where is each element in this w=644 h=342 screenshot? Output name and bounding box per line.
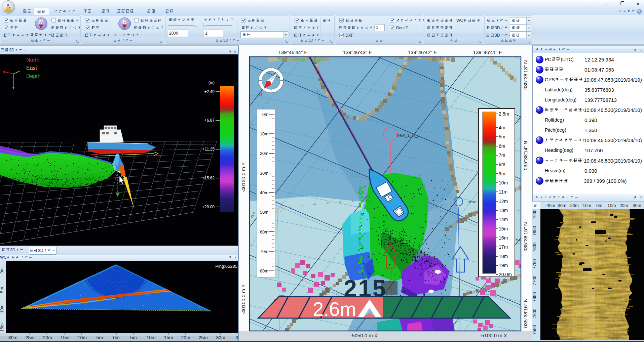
- svg-text:30m: 30m: [260, 171, 268, 176]
- svg-text:7m: 7m: [499, 153, 505, 158]
- svg-text:7600: 7600: [532, 309, 537, 318]
- svg-text:20m: 20m: [619, 203, 628, 208]
- svg-text:30m: 30m: [633, 203, 641, 208]
- svg-text:0m: 0m: [113, 335, 119, 340]
- svg-text:10m: 10m: [499, 180, 508, 185]
- svg-text:40m: 40m: [260, 190, 268, 195]
- svg-text:+11.25: +11.25: [202, 147, 215, 152]
- svg-text:10m: 10m: [0, 304, 4, 313]
- svg-text:139°46'42" E: 139°46'42" E: [408, 49, 437, 55]
- svg-text:9m: 9m: [499, 171, 505, 176]
- svg-text:15m: 15m: [164, 335, 173, 340]
- svg-text:Depth: Depth: [26, 73, 41, 79]
- svg-text:East: East: [26, 65, 37, 71]
- svg-text:20m: 20m: [181, 335, 190, 340]
- svg-text:20.0m: 20.0m: [499, 272, 512, 277]
- svg-text:70m: 70m: [260, 249, 268, 254]
- svg-text:-15m: -15m: [59, 335, 70, 340]
- svg-text:139°46'43" E: 139°46'43" E: [343, 49, 372, 55]
- svg-text:m: m: [534, 203, 538, 208]
- svg-text:-40100.0 m Y: -40100.0 m Y: [240, 284, 246, 314]
- svg-text:50m: 50m: [260, 210, 268, 215]
- svg-text:7550: 7550: [532, 325, 537, 335]
- svg-text:7750: 7750: [532, 259, 537, 269]
- svg-text:-20m: -20m: [569, 203, 579, 208]
- svg-text:7850: 7850: [532, 226, 537, 236]
- svg-text:7900: 7900: [532, 210, 537, 219]
- svg-text:035°38'13" N: 035°38'13" N: [523, 60, 528, 90]
- svg-text:-30m: -30m: [7, 335, 17, 340]
- svg-text:-10m: -10m: [76, 335, 87, 340]
- svg-text:5m: 5m: [130, 335, 137, 340]
- svg-text:North: North: [26, 57, 39, 63]
- svg-text:2.5m: 2.5m: [499, 111, 509, 117]
- svg-text:new: new: [467, 199, 476, 204]
- svg-text:35: 35: [235, 335, 238, 340]
- svg-text:-30m: -30m: [556, 203, 566, 208]
- svg-text:-25m: -25m: [24, 335, 35, 340]
- svg-text:19m: 19m: [499, 263, 508, 268]
- svg-text:7700: 7700: [532, 276, 537, 286]
- svg-text:6m: 6m: [499, 143, 505, 149]
- svg-text:20m: 20m: [260, 151, 268, 156]
- svg-text:035°38'16" N: 035°38'16" N: [523, 298, 528, 328]
- svg-text:new_1_R_1: new_1_R_1: [397, 133, 420, 138]
- svg-text:5m: 5m: [0, 287, 4, 293]
- svg-text:10m: 10m: [146, 335, 155, 340]
- svg-text:10m: 10m: [260, 131, 268, 136]
- svg-text:035°38'14" N: 035°38'14" N: [523, 141, 528, 170]
- svg-text:(m): (m): [209, 80, 215, 85]
- svg-text:10m: 10m: [607, 203, 616, 208]
- svg-text:139°46'41" E: 139°46'41" E: [473, 49, 502, 55]
- svg-text:8m: 8m: [499, 162, 505, 167]
- svg-text:-5100.0 m X: -5100.0 m X: [480, 333, 507, 338]
- svg-text:139°46'44" E: 139°46'44" E: [278, 49, 308, 55]
- svg-text:-10m: -10m: [581, 203, 591, 208]
- svg-text:5m: 5m: [499, 134, 505, 139]
- svg-text:60m: 60m: [260, 229, 268, 234]
- svg-text:16m: 16m: [499, 235, 508, 241]
- svg-text:4m: 4m: [499, 125, 505, 130]
- svg-text:25m: 25m: [198, 335, 207, 340]
- svg-text:30m: 30m: [216, 335, 225, 340]
- svg-text:-40m: -40m: [545, 203, 555, 208]
- svg-text:15m: 15m: [499, 226, 508, 231]
- svg-text:0m: 0m: [596, 203, 602, 208]
- svg-text:7650: 7650: [532, 292, 537, 302]
- svg-text:-5m: -5m: [95, 335, 103, 340]
- svg-text:2.6m: 2.6m: [313, 298, 356, 320]
- svg-text:035°38'15" N: 035°38'15" N: [523, 222, 528, 252]
- svg-text:+6.87: +6.87: [204, 118, 215, 123]
- svg-text:11m: 11m: [499, 189, 507, 195]
- svg-text:-5050.0 m X: -5050.0 m X: [350, 333, 378, 338]
- svg-text:0m: 0m: [262, 112, 268, 117]
- svg-text:+20.00: +20.00: [202, 205, 215, 209]
- svg-text:80m: 80m: [260, 268, 268, 273]
- svg-text:12m: 12m: [499, 199, 508, 204]
- svg-text:+2.49: +2.49: [204, 89, 215, 94]
- svg-text:18m: 18m: [499, 254, 508, 259]
- svg-text:0m: 0m: [0, 267, 4, 273]
- svg-text:13m: 13m: [499, 208, 508, 213]
- svg-text:15m: 15m: [0, 323, 4, 332]
- svg-text:17m: 17m: [499, 244, 508, 250]
- svg-text:Ping:65285: Ping:65285: [215, 264, 237, 269]
- svg-text:+15.62: +15.62: [202, 176, 215, 180]
- svg-text:-20m: -20m: [41, 335, 52, 340]
- svg-text:14m: 14m: [499, 217, 508, 222]
- svg-text:7800: 7800: [532, 243, 537, 252]
- svg-text:-40150.0 m Y: -40150.0 m Y: [240, 162, 246, 193]
- svg-text:9: 9: [251, 215, 253, 219]
